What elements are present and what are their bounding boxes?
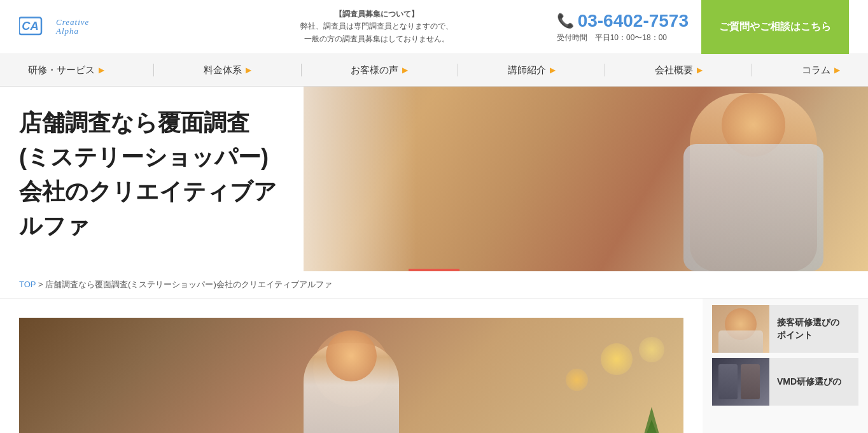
hero-section: 店舗調査なら覆面調査(ミステリーショッパー)会社のクリエイティブアルファ (0, 87, 868, 271)
notice-line2: 一般の方の調査員募集はしておりません。 (304, 33, 449, 45)
content-image (19, 318, 683, 433)
sidebar-card-1-text: 接客研修選びのポイント (769, 305, 847, 353)
sidebar-card-2-text: VMD研修選びの (769, 358, 849, 406)
nav-divider (605, 64, 605, 76)
phone-block: 📞 03-6402-7573 受付時間 平日10：00〜18：00 (557, 11, 689, 43)
header-right: 📞 03-6402-7573 受付時間 平日10：00〜18：00 ご質問やご相… (557, 0, 849, 54)
logo-alpha: Alpha (56, 27, 89, 36)
ca-logo-icon: CA (19, 14, 51, 39)
nav-divider (153, 64, 154, 76)
chevron-icon: ▶ (697, 66, 703, 75)
nav-divider (301, 64, 302, 76)
hero-title: 店舗調査なら覆面調査(ミステリーショッパー)会社のクリエイティブアルファ (19, 106, 277, 243)
chevron-icon: ▶ (834, 66, 840, 75)
breadcrumb-top-link[interactable]: TOP (19, 280, 36, 289)
content-left: 覆面調査 (ミステリーショッパー)の内容 一般的な覆面調査 (ミステリーショッパ… (0, 299, 703, 433)
hero-text-block: 店舗調査なら覆面調査(ミステリーショッパー)会社のクリエイティブアルファ (19, 106, 277, 243)
sidebar-card-2-image (712, 358, 769, 406)
sidebar: 接客研修選びのポイント VMD研修選びの (703, 299, 868, 433)
nav-divider (752, 64, 752, 76)
nav-item-testimonials[interactable]: お客様の声 ▶ (344, 64, 414, 76)
breadcrumb-current: 店舗調査なら覆面調査(ミステリーショッパー)会社のクリエイティブアルファ (45, 280, 332, 289)
phone-number: 📞 03-6402-7573 (557, 11, 689, 31)
site-header: CA Creative Alpha 【調査員募集について】 弊社、調査員は専門調… (0, 0, 868, 54)
phone-icon: 📞 (557, 13, 574, 29)
cta-button[interactable]: ご質問やご相談はこちら (701, 0, 849, 54)
header-notice: 【調査員募集について】 弊社、調査員は専門調査員となりますので、 一般の方の調査… (197, 8, 557, 45)
phone-hours: 受付時間 平日10：00〜18：00 (557, 32, 667, 43)
main-nav: 研修・サービス ▶ 料金体系 ▶ お客様の声 ▶ 講師紹介 ▶ 会社概要 ▶ コ… (0, 54, 868, 87)
nav-item-company[interactable]: 会社概要 ▶ (648, 64, 709, 76)
nav-item-instructors[interactable]: 講師紹介 ▶ (501, 64, 562, 76)
notice-line1: 弊社、調査員は専門調査員となりますので、 (300, 20, 453, 32)
nav-divider (458, 64, 458, 76)
sidebar-card-2[interactable]: VMD研修選びの (712, 358, 858, 406)
notice-title: 【調査員募集について】 (335, 8, 419, 20)
nav-item-column[interactable]: コラム ▶ (795, 64, 846, 76)
chevron-icon: ▶ (402, 66, 408, 75)
main-content: 覆面調査 (ミステリーショッパー)の内容 一般的な覆面調査 (ミステリーショッパ… (0, 299, 868, 433)
svg-text:CA: CA (22, 19, 38, 32)
logo-area[interactable]: CA Creative Alpha (19, 14, 197, 39)
nav-item-service[interactable]: 研修・サービス ▶ (22, 64, 111, 76)
breadcrumb-separator: > (38, 280, 45, 289)
sidebar-card-1-image (712, 305, 769, 353)
chevron-icon: ▶ (246, 66, 251, 75)
breadcrumb: TOP > 店舗調査なら覆面調査(ミステリーショッパー)会社のクリエイティブアル… (0, 271, 868, 299)
logo-creative: Creative (56, 18, 89, 27)
nav-item-pricing[interactable]: 料金体系 ▶ (197, 64, 258, 76)
chevron-icon: ▶ (99, 66, 104, 75)
hero-bg-image (304, 87, 868, 271)
chevron-icon: ▶ (550, 66, 556, 75)
sidebar-card-1[interactable]: 接客研修選びのポイント (712, 305, 858, 353)
